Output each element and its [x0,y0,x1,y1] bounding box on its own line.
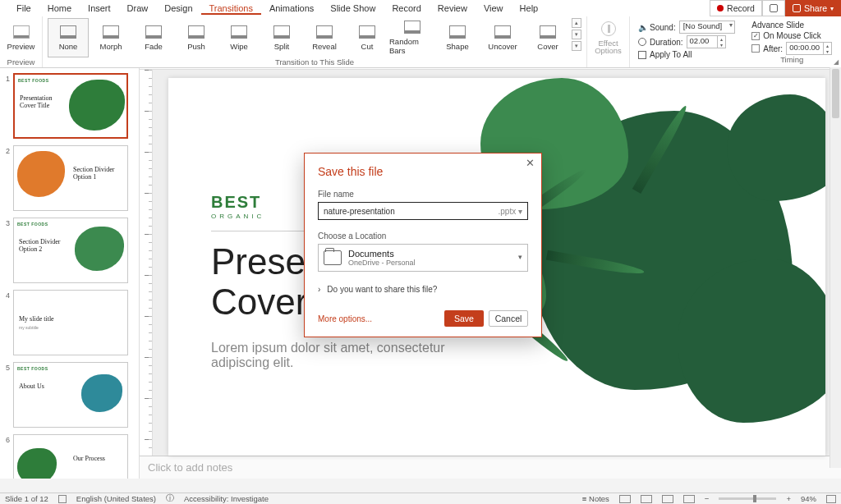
view-reading-button[interactable] [662,495,673,503]
slide-thumbnail[interactable]: BEST FOODSSection Divider Option 2 [13,218,128,283]
transition-label: Cover [537,42,558,51]
menu-tab-review[interactable]: Review [430,2,476,15]
thumb-artwork [75,227,124,271]
comments-button[interactable] [762,0,785,16]
slide-thumbnail[interactable]: My slide titlemy subtitle [13,290,128,355]
advance-slide-label: Advance Slide [751,21,832,30]
preview-button[interactable]: Preview [1,18,42,57]
menu-tab-animations[interactable]: Animations [261,2,322,15]
menu-tab-design[interactable]: Design [156,2,200,15]
thumb-title: Section Divider Option 1 [73,166,122,181]
transition-label: Uncover [488,42,517,51]
menu-tab-insert[interactable]: Insert [80,2,119,15]
gallery-scroll-up[interactable]: ▴ [572,18,581,28]
vertical-ruler [140,70,153,456]
filename-input[interactable]: nature-presentation .pptx ▾ [318,202,528,220]
view-slideshow-button[interactable] [683,495,695,503]
slide-subtitle[interactable]: Lorem ipsum dolor sit amet, consectetur … [211,341,507,370]
menu-tab-home[interactable]: Home [39,2,80,15]
cancel-button[interactable]: Cancel [489,310,528,327]
slide-thumbnail[interactable]: Section Divider Option 1 [13,145,128,211]
notes-pane[interactable]: Click to add notes [140,456,841,479]
slide-thumbnail[interactable]: BEST FOODSAbout Us [13,362,128,428]
view-normal-button[interactable] [619,495,631,503]
status-slide-count[interactable]: Slide 1 of 12 [5,494,48,503]
transition-none[interactable]: None [48,18,89,57]
transition-shape[interactable]: Shape [437,18,478,57]
menu-tab-slide-show[interactable]: Slide Show [322,2,384,15]
menu-tab-draw[interactable]: Draw [119,2,157,15]
thumb-subtitle: my subtitle [19,325,39,330]
transition-random-bars[interactable]: Random Bars [389,18,435,57]
sound-value: [No Sound] [683,21,723,30]
transition-fade[interactable]: Fade [133,18,174,57]
menu-tab-file[interactable]: File [8,2,39,15]
share-expander[interactable]: › Do you want to share this file? [318,285,528,294]
share-button[interactable]: Share ▾ [785,0,841,16]
menu-tab-view[interactable]: View [476,2,512,15]
zoom-out-button[interactable]: − [705,494,710,503]
transition-wipe[interactable]: Wipe [218,18,260,57]
apply-all-icon [638,51,646,59]
thumb-artwork [81,374,122,412]
chevron-down-icon: ▾ [830,5,834,12]
transition-icon [316,25,333,39]
transition-morph[interactable]: Morph [90,18,131,57]
status-language[interactable]: English (United States) [76,494,156,503]
gallery-expand-button[interactable]: ▾ [572,41,581,51]
view-sorter-button[interactable] [641,495,652,503]
duration-input[interactable]: 02.00 ▴▾ [687,35,726,48]
transition-reveal[interactable]: Reveal [304,18,345,57]
after-value: 00:00.00 [789,43,820,52]
gallery-scroll-down[interactable]: ▾ [572,30,581,39]
filetype-dropdown[interactable]: .pptx ▾ [499,207,522,216]
notes-toggle[interactable]: ≡ Notes [582,494,609,503]
transition-cut[interactable]: Cut [347,18,388,57]
after-checkbox[interactable] [751,44,760,53]
timing-dialog-launcher[interactable]: ◢ [834,58,839,66]
transition-cover[interactable]: Cover [527,18,568,57]
save-button[interactable]: Save [444,310,484,327]
transition-label: Random Bars [389,37,435,55]
slide-thumbnail[interactable]: BEST FOODSPresentation Cover Title [13,73,128,139]
status-accessibility[interactable]: Accessibility: Investigate [184,494,269,503]
transition-split[interactable]: Split [261,18,302,57]
menu-tab-record[interactable]: Record [384,2,429,15]
status-textdir-icon[interactable] [58,495,67,503]
thumb-number: 2 [2,145,10,211]
location-name: Documents [348,249,416,259]
transitions-group-label: Transition to This Slide [48,57,581,68]
slide-brand-sub: ORGANIC [211,213,264,220]
zoom-value[interactable]: 94% [801,494,816,503]
zoom-slider[interactable] [719,497,776,500]
status-bar: Slide 1 of 12 English (United States) ⓘ … [0,493,841,504]
location-dropdown[interactable]: Documents OneDrive - Personal ▾ [318,244,528,272]
apply-to-all-button[interactable]: Apply To All [638,50,735,59]
slide-thumbnail[interactable]: Our Process [13,434,128,479]
transition-label: None [59,42,78,51]
more-options-link[interactable]: More options... [318,314,372,323]
preview-label: Preview [7,42,35,51]
vertical-scrollbar[interactable] [830,67,841,468]
menu-tab-help[interactable]: Help [512,2,547,15]
record-button[interactable]: Record [710,0,762,16]
duration-value: 02.00 [690,36,710,45]
thumb-brand: BEST FOODS [17,366,124,371]
on-click-checkbox[interactable]: ✓ [751,32,760,40]
sound-dropdown[interactable]: [No Sound] [679,21,735,34]
fit-to-window-button[interactable] [826,495,836,503]
transition-icon [449,25,466,39]
effect-options-button[interactable]: Effect Options [588,18,629,57]
slide-thumbnail-panel[interactable]: 1BEST FOODSPresentation Cover Title2Sect… [0,68,140,479]
transition-push[interactable]: Push [176,18,217,57]
thumb-number: 5 [2,362,10,428]
apply-all-label: Apply To All [650,50,692,59]
effect-options-label: Effect Options [588,39,629,55]
transition-uncover[interactable]: Uncover [480,18,526,57]
menu-tab-transitions[interactable]: Transitions [201,2,261,15]
duration-icon [638,38,646,46]
zoom-in-button[interactable]: + [786,494,791,503]
close-button[interactable]: ✕ [526,157,535,169]
on-click-label: On Mouse Click [763,31,821,40]
after-input[interactable]: 00:00.00 ▴▾ [786,42,832,55]
